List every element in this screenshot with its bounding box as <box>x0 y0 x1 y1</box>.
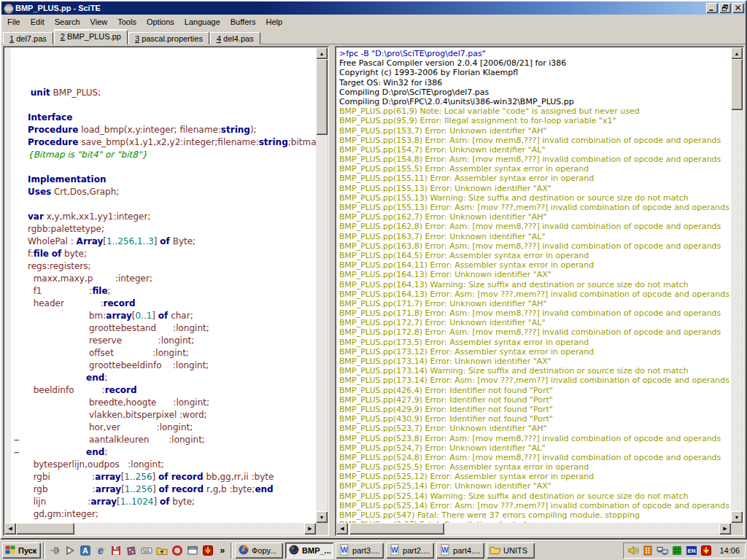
compiler-message-line[interactable]: BMP_PLUS.pp(173,14) Error: Unknown ident… <box>339 357 731 366</box>
tab-BMP_PLUS.pp[interactable]: 2 BMP_PLUS.pp <box>54 30 128 44</box>
compiler-message-line[interactable]: BMP_PLUS.pp(171,8) Error: Asm: [mov mem8… <box>339 308 731 318</box>
editor-hscrollbar[interactable]: ◀ ▶ <box>4 523 316 534</box>
compiler-message-line[interactable]: BMP_PLUS.pp(525,14) Error: Unknown ident… <box>339 481 731 491</box>
compiler-message-line[interactable]: BMP_PLUS.pp(525,14) Error: Asm: [mov ???… <box>339 501 731 510</box>
menu-options[interactable]: Options <box>142 16 179 28</box>
code-editor[interactable]: unit BMP_PLUS; InterfaceProcedure load_b… <box>4 47 316 523</box>
compiler-message-line[interactable]: BMP_PLUS.pp(153,8) Error: Asm: [mov mem8… <box>339 136 731 145</box>
compiler-message-line[interactable]: BMP_PLUS.pp(426,4) Error: Identifier not… <box>339 386 731 395</box>
window-icon[interactable] <box>187 545 198 556</box>
compiler-message-line[interactable]: BMP_PLUS.pp(172,8) Error: Asm: [mov mem8… <box>339 327 731 337</box>
compiler-message-line[interactable]: BMP_PLUS.pp(547) Fatal: There were 37 er… <box>339 510 731 520</box>
grid-icon[interactable] <box>671 545 683 556</box>
scroll-up-arrow[interactable]: ▲ <box>731 47 743 59</box>
tab-del7.pas[interactable]: 1 del7.pas <box>3 32 53 44</box>
scroll-right-arrow[interactable]: ▶ <box>719 523 731 534</box>
scroll-thumb[interactable] <box>349 523 444 534</box>
output-vscrollbar[interactable]: ▲ ▼ <box>731 47 743 523</box>
lang-en-badge[interactable]: EN <box>686 545 697 556</box>
compiler-message-line[interactable]: BMP_PLUS.pp(155,13) Error: Asm: [mov ???… <box>339 203 731 212</box>
compiler-message-line[interactable]: BMP_PLUS.pp(524,7) Error: Unknown identi… <box>339 443 731 453</box>
taskbar-clock[interactable]: 14:06 <box>715 546 740 555</box>
speaker-icon[interactable] <box>627 545 639 556</box>
compiler-message-line[interactable]: BMP_PLUS.pp(164,13) Error: Asm: [mov ???… <box>339 289 731 299</box>
scroll-left-arrow[interactable]: ◀ <box>4 523 16 534</box>
shared-folder-icon[interactable] <box>156 545 168 556</box>
compiler-message-line[interactable]: BMP_PLUS.pp(155,5) Error: Assembler synt… <box>339 164 731 174</box>
fold-collapse-marker[interactable]: − <box>14 434 23 446</box>
taskbar-button-part3[interactable]: Wpart3.... <box>336 542 384 559</box>
output-line[interactable]: Compiling D:\pro\FPC\2.0.4\units\i386-wi… <box>339 97 731 106</box>
compiler-message-line[interactable]: BMP_PLUS.pp(162,8) Error: Asm: [mov mem8… <box>339 222 731 231</box>
compiler-message-line[interactable]: BMP_PLUS.pp(164,11) Error: Assembler syn… <box>339 260 731 270</box>
compiler-message-line[interactable]: BMP_PLUS.pp(430,9) Error: Identifier not… <box>339 414 731 424</box>
download-manager-icon[interactable] <box>700 545 712 556</box>
menu-buffers[interactable]: Buffers <box>225 16 261 28</box>
compiler-message-line[interactable]: BMP_PLUS.pp(154,8) Error: Asm: [mov mem8… <box>339 155 731 164</box>
menu-search[interactable]: Search <box>50 16 85 28</box>
quick-launch-overflow-chevron[interactable]: » <box>217 545 227 556</box>
minimize-button[interactable] <box>706 3 718 13</box>
scroll-down-arrow[interactable]: ▼ <box>316 511 328 523</box>
pane-splitter[interactable] <box>329 46 335 536</box>
title-bar[interactable]: BMP_PLUS.pp - SciTE <box>1 1 746 15</box>
compiler-message-line[interactable]: BMP_PLUS.pp(173,14) Error: Asm: [mov ???… <box>339 376 731 385</box>
compiler-message-line[interactable]: BMP_PLUS.pp(95,9) Error: Illegal assignm… <box>339 116 731 125</box>
output-line[interactable]: Free Pascal Compiler version 2.0.4 [2006… <box>339 58 731 68</box>
app-a-icon[interactable]: A <box>80 545 91 556</box>
compiler-message-line[interactable]: BMP_PLUS.pp(153,7) Error: Unknown identi… <box>339 126 731 136</box>
tab-pascal.properties[interactable]: 3 pascal.properties <box>128 32 209 44</box>
scroll-right-arrow[interactable]: ▶ <box>304 523 316 534</box>
compiler-message-line[interactable]: BMP_PLUS.pp(171,7) Error: Unknown identi… <box>339 299 731 308</box>
scroll-thumb[interactable] <box>731 59 743 110</box>
taskbar-button-units[interactable]: UNITS <box>487 542 535 559</box>
fold-collapse-marker[interactable]: − <box>14 446 23 459</box>
book-icon[interactable] <box>642 545 654 556</box>
scroll-track[interactable] <box>731 47 743 523</box>
compiler-message-line[interactable]: BMP_PLUS.pp(173,14) Warning: Size suffix… <box>339 366 731 376</box>
compiler-message-line[interactable]: BMP_PLUS.pp(164,13) Error: Unknown ident… <box>339 270 731 279</box>
output-line[interactable]: >fpc -B "D:\pro\SciTE\prog\del7.pas" <box>339 49 731 58</box>
scroll-left-arrow[interactable]: ◀ <box>336 523 348 534</box>
output-line[interactable]: Copyright (c) 1993-2006 by Florian Klaem… <box>339 68 731 77</box>
ie-icon[interactable]: e <box>95 545 107 556</box>
pin-icon[interactable] <box>49 545 61 556</box>
compiler-message-line[interactable]: BMP_PLUS.pp(164,5) Error: Assembler synt… <box>339 251 731 260</box>
compiler-message-line[interactable]: BMP_PLUS.pp(427,9) Error: Identifier not… <box>339 395 731 405</box>
output-hscrollbar[interactable]: ◀ ▶ <box>336 523 731 534</box>
tab-del4.pas[interactable]: 4 del4.pas <box>210 32 260 44</box>
scroll-thumb[interactable] <box>316 59 328 135</box>
compiler-message-line[interactable]: BMP_PLUS.pp(61,9) Note: Local variable "… <box>339 106 731 116</box>
start-button[interactable]: Пуск <box>2 542 41 559</box>
compiler-message-line[interactable]: BMP_PLUS.pp(164,13) Warning: Size suffix… <box>339 280 731 289</box>
compiler-message-line[interactable]: BMP_PLUS.pp(524,8) Error: Asm: [mov mem8… <box>339 453 731 462</box>
code-text[interactable]: unit BMP_PLUS; InterfaceProcedure load_b… <box>4 47 316 523</box>
restore-button[interactable] <box>719 3 731 13</box>
compiler-message-line[interactable]: BMP_PLUS.pp(155,11) Error: Assembler syn… <box>339 174 731 183</box>
editor-vscrollbar[interactable]: ▲ ▼ <box>316 47 328 523</box>
play-icon[interactable] <box>64 545 76 556</box>
output-line[interactable]: Compiling D:\pro\SciTE\prog\del7.pas <box>339 88 731 97</box>
taskbar-button-bmp_[interactable]: BMP_... <box>285 542 333 559</box>
taskbar-button-part2[interactable]: Wpart2.... <box>386 542 434 559</box>
floppy-icon[interactable] <box>110 545 122 556</box>
compiler-message-line[interactable]: BMP_PLUS.pp(155,13) Error: Unknown ident… <box>339 184 731 193</box>
close-button[interactable] <box>732 3 744 13</box>
menu-view[interactable]: View <box>85 16 113 28</box>
output-line[interactable]: Target OS: Win32 for i386 <box>339 78 731 88</box>
taskbar-button-part4[interactable]: Wpart4.... <box>436 542 484 559</box>
compiler-message-line[interactable]: BMP_PLUS.pp(155,13) Warning: Size suffix… <box>339 193 731 203</box>
download-manager-icon[interactable] <box>202 545 214 556</box>
compiler-message-line[interactable]: BMP_PLUS.pp(525,14) Warning: Size suffix… <box>339 491 731 501</box>
keyboard-icon[interactable] <box>141 545 152 556</box>
menu-help[interactable]: Help <box>260 16 287 28</box>
compiler-message-line[interactable]: BMP_PLUS.pp(173,12) Error: Assembler syn… <box>339 347 731 357</box>
menu-edit[interactable]: Edit <box>26 16 50 28</box>
compiler-message-line[interactable]: BMP_PLUS.pp(173,5) Error: Assembler synt… <box>339 338 731 347</box>
compiler-message-line[interactable]: BMP_PLUS.pp(523,7) Error: Unknown identi… <box>339 424 731 433</box>
compiler-message-line[interactable]: BMP_PLUS.pp(172,7) Error: Unknown identi… <box>339 318 731 327</box>
package-icon[interactable] <box>125 545 137 556</box>
network-icon[interactable] <box>657 545 668 556</box>
scroll-down-arrow[interactable]: ▼ <box>731 511 743 523</box>
menu-language[interactable]: Language <box>179 16 225 28</box>
